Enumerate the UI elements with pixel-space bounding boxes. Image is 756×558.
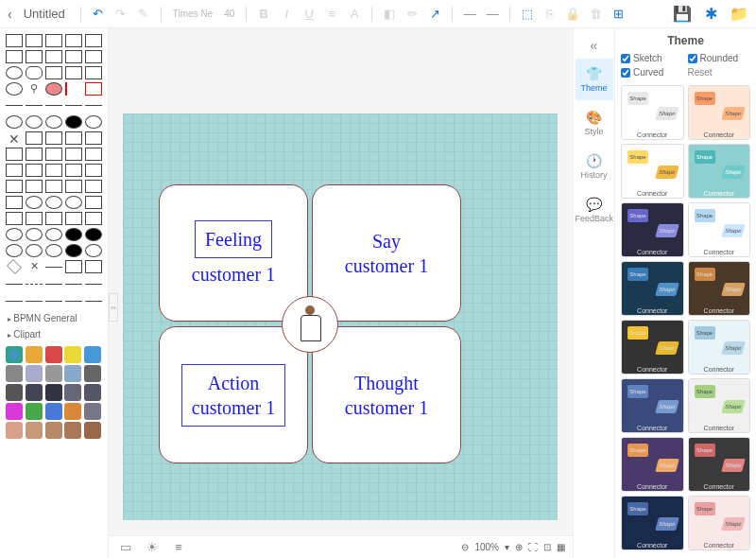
clipart-item[interactable] bbox=[64, 365, 81, 382]
shape-rect[interactable] bbox=[45, 50, 62, 63]
shape-container[interactable] bbox=[26, 164, 43, 177]
shape-arrow[interactable] bbox=[6, 284, 23, 285]
theme-swatch[interactable]: Shape Shape Connector bbox=[621, 320, 684, 375]
shape-container[interactable] bbox=[85, 212, 102, 225]
shape-container[interactable] bbox=[85, 164, 102, 177]
shape-circle[interactable] bbox=[26, 115, 43, 129]
shape-arrow[interactable] bbox=[85, 284, 102, 285]
clipart-item[interactable] bbox=[84, 422, 101, 439]
shape-ellipse[interactable] bbox=[26, 196, 43, 209]
shape-container[interactable] bbox=[65, 180, 82, 193]
collapse-shapes-button[interactable]: ‹‹ bbox=[109, 293, 118, 322]
shape-rect[interactable] bbox=[85, 66, 102, 79]
align-button[interactable]: ≡ bbox=[322, 5, 341, 24]
shape-circle[interactable] bbox=[85, 244, 102, 257]
shape-arrow[interactable] bbox=[45, 284, 62, 285]
tab-style[interactable]: 🎨Style bbox=[576, 102, 613, 144]
theme-swatch[interactable]: Shape Shape Connector bbox=[621, 202, 684, 257]
pencil-button[interactable]: ✏ bbox=[403, 5, 421, 24]
shape-circle[interactable] bbox=[45, 115, 62, 129]
line-weight-button[interactable]: — bbox=[483, 5, 502, 24]
shape-bracket[interactable] bbox=[65, 131, 82, 145]
rounded-checkbox[interactable]: Rounded bbox=[688, 53, 751, 63]
clipart-item[interactable] bbox=[45, 384, 62, 401]
shape-circle[interactable] bbox=[26, 228, 43, 241]
shape-ellipse[interactable] bbox=[6, 66, 23, 79]
tab-history[interactable]: 🕐History bbox=[576, 146, 613, 187]
theme-swatch[interactable]: Shape Shape Connector bbox=[621, 496, 684, 550]
shape-circle[interactable] bbox=[6, 228, 23, 241]
quadrant-say[interactable]: Say customer 1 bbox=[312, 184, 461, 322]
clipart-item[interactable] bbox=[64, 384, 81, 401]
clipart-item[interactable] bbox=[45, 365, 62, 382]
grid-button[interactable]: ⊞ bbox=[609, 5, 627, 24]
shape-person[interactable]: ⚲ bbox=[26, 82, 43, 96]
format-paint-button[interactable]: ✎ bbox=[134, 5, 153, 24]
shape-bracket[interactable] bbox=[45, 131, 62, 145]
font-size-select[interactable]: 40 bbox=[220, 9, 238, 19]
shape-x[interactable]: ✕ bbox=[6, 131, 23, 145]
tab-theme[interactable]: 👕Theme bbox=[576, 59, 613, 100]
shape-container[interactable] bbox=[45, 212, 62, 225]
shape-arrow[interactable] bbox=[6, 301, 23, 302]
shape-container[interactable] bbox=[6, 196, 23, 209]
shape-circle[interactable] bbox=[85, 115, 102, 129]
shape-rect[interactable] bbox=[6, 50, 23, 63]
shape-line[interactable] bbox=[65, 105, 82, 106]
shape-circle[interactable] bbox=[65, 115, 82, 129]
shape-container[interactable] bbox=[6, 164, 23, 177]
clipart-item[interactable] bbox=[64, 346, 81, 363]
shape-container[interactable] bbox=[85, 148, 102, 161]
clipart-item[interactable] bbox=[6, 365, 23, 382]
italic-button[interactable]: I bbox=[277, 5, 296, 24]
shape-circle[interactable] bbox=[45, 244, 62, 257]
zoom-level[interactable]: 100% bbox=[474, 542, 499, 552]
shape-ellipse[interactable] bbox=[6, 82, 23, 96]
theme-swatch[interactable]: Shape Shape Connector bbox=[688, 85, 751, 140]
share-button[interactable]: ✱ bbox=[701, 5, 720, 24]
shape-circle[interactable] bbox=[85, 228, 102, 241]
tab-feedback[interactable]: 💬FeedBack bbox=[576, 189, 613, 231]
shape-container[interactable] bbox=[45, 148, 62, 161]
theme-swatch[interactable]: Shape Shape Connector bbox=[621, 144, 684, 199]
font-color-button[interactable]: A bbox=[345, 5, 364, 24]
shape-container[interactable] bbox=[45, 180, 62, 193]
redo-button[interactable]: ↷ bbox=[112, 5, 130, 24]
shape-line[interactable] bbox=[45, 267, 62, 268]
shape-rect[interactable] bbox=[26, 34, 43, 47]
canvas-area[interactable]: ‹‹ Feeling customer 1 Say customer 1 Act… bbox=[109, 28, 573, 558]
shape-rect[interactable] bbox=[85, 50, 102, 63]
clipart-item[interactable] bbox=[6, 384, 23, 401]
theme-swatch[interactable]: Shape Shape Connector bbox=[621, 437, 684, 492]
shape-rect[interactable] bbox=[65, 66, 82, 79]
shape-line[interactable] bbox=[45, 105, 62, 106]
shape-rect[interactable] bbox=[26, 66, 43, 79]
theme-swatch[interactable]: Shape Shape Connector bbox=[688, 202, 751, 257]
theme-swatch[interactable]: Shape Shape Connector bbox=[688, 144, 751, 199]
shape-container[interactable] bbox=[26, 180, 43, 193]
page-button[interactable]: ▭ bbox=[116, 538, 135, 557]
clipart-item[interactable] bbox=[64, 422, 81, 439]
shape-bracket[interactable] bbox=[26, 131, 43, 145]
clipart-item[interactable] bbox=[45, 422, 62, 439]
shape-circle[interactable] bbox=[6, 115, 23, 129]
shape-arrow[interactable] bbox=[45, 301, 62, 302]
clipart-item[interactable] bbox=[26, 384, 43, 401]
clipart-item[interactable] bbox=[84, 384, 101, 401]
delete-button[interactable]: 🗑 bbox=[586, 5, 605, 24]
shape-circle[interactable] bbox=[65, 244, 82, 257]
shape-circle[interactable] bbox=[6, 244, 23, 257]
shape-container[interactable] bbox=[45, 164, 62, 177]
sketch-checkbox[interactable]: Sketch bbox=[621, 53, 684, 63]
shape-arrow[interactable] bbox=[85, 301, 102, 302]
theme-swatch[interactable]: Shape Shape Connector bbox=[688, 496, 751, 550]
shape-container[interactable] bbox=[65, 212, 82, 225]
zoom-out-button[interactable]: ⊖ bbox=[461, 542, 469, 552]
shape-container[interactable] bbox=[6, 180, 23, 193]
shape-ellipse[interactable] bbox=[45, 196, 62, 209]
shape-diamond[interactable] bbox=[7, 259, 22, 274]
font-family-select[interactable]: Times Ne bbox=[169, 9, 216, 19]
clipart-item[interactable] bbox=[64, 403, 81, 420]
shape-arrow[interactable] bbox=[65, 301, 82, 302]
shape-container[interactable] bbox=[85, 196, 102, 209]
